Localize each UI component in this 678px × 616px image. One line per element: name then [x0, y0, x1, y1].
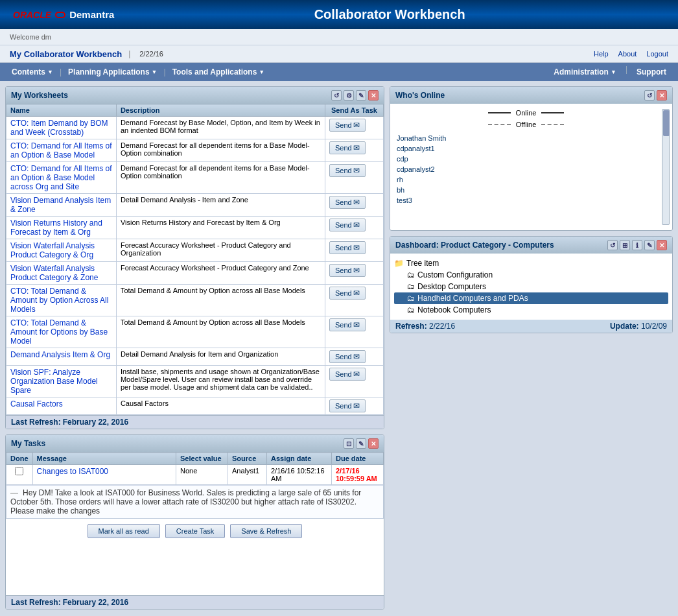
send-button[interactable]: Send ✉ [329, 318, 366, 331]
nav-planning[interactable]: Planning Applications ▼ [63, 65, 162, 79]
ws-send-cell: Send ✉ [325, 397, 384, 415]
ws-desc-cell: Total Demand & Amount by Option across a… [116, 316, 325, 348]
tree-item[interactable]: 🗂Handheld Computers and PDAs [394, 292, 668, 304]
logout-link[interactable]: Logout [646, 50, 668, 58]
worksheets-panel: My Worksheets ↺ ⚙ ✎ ✕ Name Description S… [5, 86, 384, 429]
task-detail-row: — Hey DM! Take a look at ISAT000 for Bus… [6, 485, 384, 519]
nav-tools[interactable]: Tools and Applications ▼ [167, 65, 270, 79]
ws-name-cell: Demand Analysis Item & Org [6, 348, 117, 366]
nav-bar: Contents ▼ | Planning Applications ▼ | T… [0, 63, 678, 81]
task-due-date: 2/17/16 10:59:59 AM [332, 465, 384, 485]
about-link[interactable]: About [618, 50, 637, 58]
ws-name-link[interactable]: Vision Demand Analysis Item & Zone [10, 196, 111, 214]
ws-name-link[interactable]: Vision Waterfall Analysis Product Catego… [10, 264, 98, 282]
send-button[interactable]: Send ✉ [329, 350, 366, 363]
send-button[interactable]: Send ✉ [329, 287, 366, 300]
ws-desc-cell: Forecast Accuracy Worksheet - Product Ca… [116, 262, 325, 285]
tasks-empty-space [6, 543, 384, 595]
send-icon: ✉ [353, 198, 360, 207]
create-task-button[interactable]: Create Task [165, 524, 226, 538]
list-item: rh [395, 175, 657, 184]
worksheets-icons: ↺ ⚙ ✎ ✕ [331, 90, 379, 101]
workbench-bar: My Collaborator Workbench | 2/22/16 Help… [0, 45, 678, 63]
ws-desc-cell: Total Demand & Amount by Option across a… [116, 285, 325, 316]
task-select-value: None [176, 465, 228, 485]
table-row: Changes to ISAT000 None Analyst1 2/16/16… [6, 465, 384, 485]
worksheets-icon-info[interactable]: ✎ [356, 90, 366, 101]
col-send: Send As Task [325, 104, 384, 117]
table-row: CTO: Total Demand & Amount for Options b… [6, 316, 384, 348]
ws-name-link[interactable]: Vision Returns History and Forecast by I… [10, 219, 102, 237]
worksheets-icon-refresh[interactable]: ↺ [331, 90, 342, 101]
tree-item[interactable]: 🗂Custom Configuration [394, 269, 668, 281]
ws-name-link[interactable]: Vision SPF: Analyze Organization Base Mo… [10, 368, 98, 395]
ws-name-link[interactable]: CTO: Total Demand & Amount by Option Acr… [10, 287, 108, 314]
table-row: CTO: Item Demand by BOM and Week (Crosst… [6, 117, 384, 139]
ws-name-cell: Vision Demand Analysis Item & Zone [6, 194, 117, 217]
task-done-checkbox[interactable] [15, 467, 23, 475]
worksheets-icon-close[interactable]: ✕ [368, 90, 379, 101]
dashboard-settings-icon[interactable]: ✎ [644, 240, 655, 250]
ws-name-link[interactable]: Causal Factors [10, 399, 63, 409]
save-refresh-button[interactable]: Save & Refresh [230, 524, 302, 538]
send-button[interactable]: Send ✉ [329, 219, 366, 231]
online-line2 [541, 112, 564, 113]
nav-support[interactable]: Support [631, 65, 672, 79]
send-button[interactable]: Send ✉ [329, 196, 366, 209]
send-button[interactable]: Send ✉ [329, 399, 366, 412]
tasks-icon-edit[interactable]: ✎ [356, 438, 366, 449]
mark-all-read-button[interactable]: Mark all as read [88, 524, 160, 538]
who-online-refresh-icon[interactable]: ↺ [644, 90, 655, 101]
dashboard-icons: ↺ ⊞ ℹ ✎ ✕ [607, 240, 667, 250]
help-link[interactable]: Help [594, 50, 609, 58]
nav-contents[interactable]: Contents ▼ [6, 65, 58, 79]
ws-name-link[interactable]: CTO: Demand for All Items of an Option &… [10, 164, 112, 191]
worksheets-last-refresh: Last Refresh: February 22, 2016 [6, 415, 384, 429]
task-message-link[interactable]: Changes to ISAT000 [37, 467, 109, 476]
ws-send-cell: Send ✉ [325, 117, 384, 139]
ws-name-link[interactable]: Vision Waterfall Analysis Product Catego… [10, 241, 95, 259]
separator: | [128, 49, 130, 58]
tasks-icon-1[interactable]: ⊡ [344, 438, 354, 449]
dashboard-close-icon[interactable]: ✕ [657, 240, 667, 250]
send-button[interactable]: Send ✉ [329, 141, 366, 154]
ws-name-link[interactable]: CTO: Demand for All Items of an Option &… [10, 141, 112, 160]
tasks-icons: ⊡ ✎ ✕ [344, 438, 379, 449]
ws-send-cell: Send ✉ [325, 217, 384, 239]
ws-name-link[interactable]: CTO: Total Demand & Amount for Options b… [10, 318, 108, 346]
dashboard-title: Dashboard: Product Category - Computers [395, 241, 554, 250]
who-online-icons: ↺ ✕ [644, 90, 667, 101]
list-item: cdpanalyst1 [395, 144, 657, 153]
online-legend-item: Online [395, 109, 657, 117]
tasks-icon-close[interactable]: ✕ [368, 438, 379, 449]
scrollbar[interactable] [662, 109, 670, 225]
dashboard-refresh-icon[interactable]: ↺ [607, 240, 618, 250]
tasks-panel: My Tasks ⊡ ✎ ✕ Done Message Select value… [5, 434, 384, 610]
send-button[interactable]: Send ✉ [329, 368, 366, 381]
who-online-panel: Who's Online ↺ ✕ Online Offline [390, 86, 673, 231]
tree-item[interactable]: 🗂Notebook Computers [394, 304, 668, 316]
send-button[interactable]: Send ✉ [329, 264, 366, 277]
ws-desc-cell: Causal Factors [116, 397, 325, 415]
table-row: Vision SPF: Analyze Organization Base Mo… [6, 366, 384, 397]
tree-item[interactable]: 🗂Desktop Computers [394, 281, 668, 292]
worksheets-icon-settings[interactable]: ⚙ [344, 90, 354, 101]
dashboard-grid-icon[interactable]: ⊞ [620, 240, 630, 250]
ws-desc-cell: Demand Forecast by Base Model, Option, a… [116, 117, 325, 139]
ws-name-link[interactable]: CTO: Item Demand by BOM and Week (Crosst… [10, 119, 108, 137]
send-button[interactable]: Send ✉ [329, 164, 366, 177]
table-row: CTO: Demand for All Items of an Option &… [6, 162, 384, 194]
offline-legend-item: Offline [395, 121, 657, 128]
ws-name-cell: Causal Factors [6, 397, 117, 415]
dashboard-info-icon[interactable]: ℹ [632, 240, 642, 250]
nav-administration[interactable]: Administration ▼ [548, 65, 622, 79]
ws-name-cell: Vision Returns History and Forecast by I… [6, 217, 117, 239]
ws-send-cell: Send ✉ [325, 262, 384, 285]
who-online-close-icon[interactable]: ✕ [657, 90, 667, 101]
ws-name-link[interactable]: Demand Analysis Item & Org [10, 350, 110, 359]
workbench-title: My Collaborator Workbench [10, 49, 122, 59]
send-button[interactable]: Send ✉ [329, 119, 366, 132]
send-button[interactable]: Send ✉ [329, 241, 366, 254]
ws-send-cell: Send ✉ [325, 348, 384, 366]
send-icon: ✉ [353, 370, 360, 379]
